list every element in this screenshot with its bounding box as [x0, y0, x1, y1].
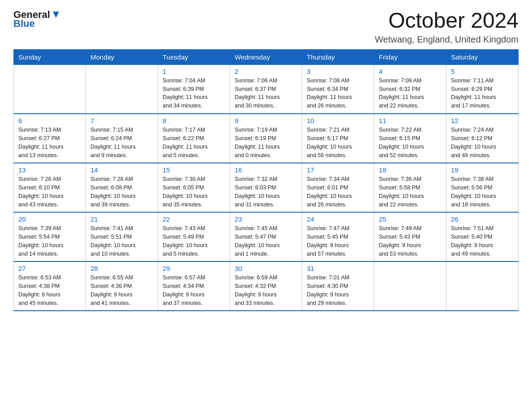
- day-number: 4: [379, 68, 442, 75]
- day-info: Sunrise: 7:28 AM Sunset: 6:08 PM Dayligh…: [90, 175, 153, 209]
- calendar-cell: 15Sunrise: 7:30 AM Sunset: 6:05 PM Dayli…: [158, 163, 230, 212]
- day-number: 30: [235, 265, 297, 272]
- calendar-cell: 11Sunrise: 7:22 AM Sunset: 6:15 PM Dayli…: [374, 114, 446, 163]
- header-row: SundayMondayTuesdayWednesdayThursdayFrid…: [14, 49, 519, 64]
- day-number: 19: [451, 166, 514, 174]
- week-row-2: 6Sunrise: 7:13 AM Sunset: 6:27 PM Daylig…: [14, 114, 519, 163]
- calendar-cell: 23Sunrise: 7:45 AM Sunset: 5:47 PM Dayli…: [230, 212, 302, 261]
- calendar-cell: 20Sunrise: 7:39 AM Sunset: 5:54 PM Dayli…: [14, 212, 86, 261]
- day-number: 3: [307, 68, 369, 75]
- day-number: 21: [90, 215, 153, 223]
- month-title: October 2024: [375, 9, 519, 33]
- day-info: Sunrise: 7:47 AM Sunset: 5:45 PM Dayligh…: [307, 224, 369, 258]
- calendar-cell: 12Sunrise: 7:24 AM Sunset: 6:12 PM Dayli…: [446, 114, 519, 163]
- day-info: Sunrise: 7:38 AM Sunset: 5:56 PM Dayligh…: [451, 175, 514, 209]
- day-info: Sunrise: 7:43 AM Sunset: 5:49 PM Dayligh…: [163, 224, 225, 258]
- day-number: 20: [18, 215, 81, 223]
- svg-marker-0: [53, 12, 59, 18]
- day-info: Sunrise: 7:30 AM Sunset: 6:05 PM Dayligh…: [163, 175, 225, 209]
- day-number: 17: [307, 166, 369, 174]
- calendar-cell: 30Sunrise: 6:59 AM Sunset: 4:32 PM Dayli…: [230, 261, 302, 311]
- calendar-cell: 13Sunrise: 7:26 AM Sunset: 6:10 PM Dayli…: [14, 163, 86, 212]
- day-number: 31: [307, 265, 369, 272]
- day-info: Sunrise: 7:09 AM Sunset: 6:32 PM Dayligh…: [379, 77, 442, 110]
- day-number: 23: [235, 215, 297, 223]
- calendar-cell: 8Sunrise: 7:17 AM Sunset: 6:22 PM Daylig…: [158, 114, 230, 163]
- calendar-cell: 17Sunrise: 7:34 AM Sunset: 6:01 PM Dayli…: [302, 163, 374, 212]
- day-number: 10: [307, 117, 369, 124]
- calendar-cell: [86, 64, 158, 114]
- calendar-cell: 24Sunrise: 7:47 AM Sunset: 5:45 PM Dayli…: [302, 212, 374, 261]
- day-number: 28: [90, 265, 153, 272]
- logo: General Blue: [13, 9, 61, 30]
- calendar-cell: 3Sunrise: 7:08 AM Sunset: 6:34 PM Daylig…: [302, 64, 374, 114]
- day-info: Sunrise: 7:13 AM Sunset: 6:27 PM Dayligh…: [18, 126, 81, 159]
- day-info: Sunrise: 7:45 AM Sunset: 5:47 PM Dayligh…: [235, 224, 297, 258]
- day-number: 12: [451, 117, 514, 124]
- calendar-cell: [446, 261, 519, 311]
- calendar-cell: 10Sunrise: 7:21 AM Sunset: 6:17 PM Dayli…: [302, 114, 374, 163]
- day-info: Sunrise: 7:08 AM Sunset: 6:34 PM Dayligh…: [307, 77, 369, 110]
- calendar-header: SundayMondayTuesdayWednesdayThursdayFrid…: [14, 49, 519, 64]
- day-number: 14: [90, 166, 153, 174]
- calendar-cell: 1Sunrise: 7:04 AM Sunset: 6:39 PM Daylig…: [158, 64, 230, 114]
- day-number: 29: [163, 265, 225, 272]
- day-info: Sunrise: 7:04 AM Sunset: 6:39 PM Dayligh…: [163, 77, 225, 110]
- calendar-cell: 25Sunrise: 7:49 AM Sunset: 5:43 PM Dayli…: [374, 212, 446, 261]
- calendar-cell: 21Sunrise: 7:41 AM Sunset: 5:51 PM Dayli…: [86, 212, 158, 261]
- week-row-1: 1Sunrise: 7:04 AM Sunset: 6:39 PM Daylig…: [14, 64, 519, 114]
- day-info: Sunrise: 7:24 AM Sunset: 6:12 PM Dayligh…: [451, 126, 514, 159]
- header-wednesday: Wednesday: [230, 49, 302, 64]
- day-number: 7: [90, 117, 153, 124]
- header-monday: Monday: [86, 49, 158, 64]
- calendar-cell: 18Sunrise: 7:36 AM Sunset: 5:58 PM Dayli…: [374, 163, 446, 212]
- calendar-cell: 7Sunrise: 7:15 AM Sunset: 6:24 PM Daylig…: [86, 114, 158, 163]
- week-row-3: 13Sunrise: 7:26 AM Sunset: 6:10 PM Dayli…: [14, 163, 519, 212]
- header-saturday: Saturday: [446, 49, 519, 64]
- day-number: 9: [235, 117, 297, 124]
- calendar-cell: 14Sunrise: 7:28 AM Sunset: 6:08 PM Dayli…: [86, 163, 158, 212]
- day-info: Sunrise: 7:49 AM Sunset: 5:43 PM Dayligh…: [379, 224, 442, 258]
- calendar-cell: 5Sunrise: 7:11 AM Sunset: 6:29 PM Daylig…: [446, 64, 519, 114]
- day-info: Sunrise: 6:59 AM Sunset: 4:32 PM Dayligh…: [235, 274, 297, 307]
- calendar-cell: 29Sunrise: 6:57 AM Sunset: 4:34 PM Dayli…: [158, 261, 230, 311]
- day-info: Sunrise: 7:39 AM Sunset: 5:54 PM Dayligh…: [18, 224, 81, 258]
- calendar-cell: 27Sunrise: 6:53 AM Sunset: 4:38 PM Dayli…: [14, 261, 86, 311]
- logo-blue-text: Blue: [13, 18, 35, 30]
- calendar-cell: 28Sunrise: 6:55 AM Sunset: 4:36 PM Dayli…: [86, 261, 158, 311]
- day-number: 11: [379, 117, 442, 124]
- day-info: Sunrise: 7:01 AM Sunset: 4:30 PM Dayligh…: [307, 274, 369, 307]
- calendar-cell: 16Sunrise: 7:32 AM Sunset: 6:03 PM Dayli…: [230, 163, 302, 212]
- day-info: Sunrise: 7:36 AM Sunset: 5:58 PM Dayligh…: [379, 175, 442, 209]
- day-info: Sunrise: 6:53 AM Sunset: 4:38 PM Dayligh…: [18, 274, 81, 307]
- day-info: Sunrise: 7:17 AM Sunset: 6:22 PM Dayligh…: [163, 126, 225, 159]
- calendar-cell: 31Sunrise: 7:01 AM Sunset: 4:30 PM Dayli…: [302, 261, 374, 311]
- calendar-table: SundayMondayTuesdayWednesdayThursdayFrid…: [13, 49, 519, 312]
- day-number: 8: [163, 117, 225, 124]
- header-sunday: Sunday: [14, 49, 86, 64]
- day-number: 26: [451, 215, 514, 223]
- day-number: 24: [307, 215, 369, 223]
- day-number: 18: [379, 166, 442, 174]
- day-number: 16: [235, 166, 297, 174]
- header-tuesday: Tuesday: [158, 49, 230, 64]
- day-number: 22: [163, 215, 225, 223]
- calendar-cell: 9Sunrise: 7:19 AM Sunset: 6:19 PM Daylig…: [230, 114, 302, 163]
- calendar-cell: 26Sunrise: 7:51 AM Sunset: 5:40 PM Dayli…: [446, 212, 519, 261]
- day-info: Sunrise: 7:51 AM Sunset: 5:40 PM Dayligh…: [451, 224, 514, 258]
- day-number: 2: [235, 68, 297, 75]
- day-number: 13: [18, 166, 81, 174]
- calendar-cell: [374, 261, 446, 311]
- calendar-cell: [14, 64, 86, 114]
- day-info: Sunrise: 6:55 AM Sunset: 4:36 PM Dayligh…: [90, 274, 153, 307]
- day-number: 27: [18, 265, 81, 272]
- calendar-cell: 4Sunrise: 7:09 AM Sunset: 6:32 PM Daylig…: [374, 64, 446, 114]
- day-info: Sunrise: 7:34 AM Sunset: 6:01 PM Dayligh…: [307, 175, 369, 209]
- day-info: Sunrise: 7:41 AM Sunset: 5:51 PM Dayligh…: [90, 224, 153, 258]
- day-info: Sunrise: 7:21 AM Sunset: 6:17 PM Dayligh…: [307, 126, 369, 159]
- title-block: October 2024 Wetwang, England, United Ki…: [375, 9, 519, 45]
- calendar-cell: 19Sunrise: 7:38 AM Sunset: 5:56 PM Dayli…: [446, 163, 519, 212]
- day-info: Sunrise: 7:22 AM Sunset: 6:15 PM Dayligh…: [379, 126, 442, 159]
- week-row-5: 27Sunrise: 6:53 AM Sunset: 4:38 PM Dayli…: [14, 261, 519, 311]
- calendar-cell: 22Sunrise: 7:43 AM Sunset: 5:49 PM Dayli…: [158, 212, 230, 261]
